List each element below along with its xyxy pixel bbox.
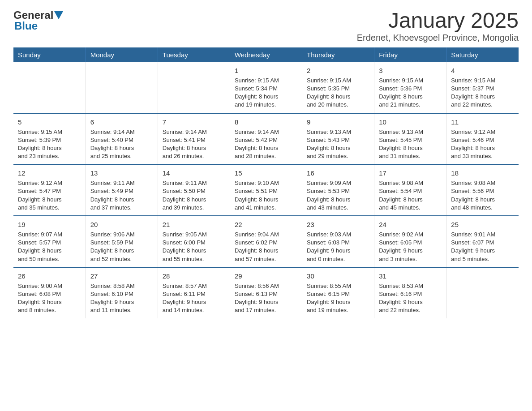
day-info: Sunrise: 9:03 AM Sunset: 6:03 PM Dayligh… xyxy=(307,231,369,263)
day-number: 6 xyxy=(90,117,153,127)
calendar-cell: 6Sunrise: 9:14 AM Sunset: 5:40 PM Daylig… xyxy=(86,113,158,165)
calendar-cell: 13Sunrise: 9:11 AM Sunset: 5:49 PM Dayli… xyxy=(86,164,158,216)
day-info: Sunrise: 9:15 AM Sunset: 5:39 PM Dayligh… xyxy=(18,128,81,161)
weekday-header-thursday: Thursday xyxy=(302,47,374,62)
calendar-cell: 3Sunrise: 9:15 AM Sunset: 5:36 PM Daylig… xyxy=(374,62,446,113)
day-number: 21 xyxy=(163,220,225,229)
calendar-cell: 24Sunrise: 9:02 AM Sunset: 6:05 PM Dayli… xyxy=(374,216,446,267)
weekday-header-monday: Monday xyxy=(86,47,158,62)
day-number: 12 xyxy=(18,168,81,178)
day-number: 10 xyxy=(379,117,442,127)
calendar-cell: 14Sunrise: 9:11 AM Sunset: 5:50 PM Dayli… xyxy=(158,164,230,216)
day-info: Sunrise: 8:58 AM Sunset: 6:10 PM Dayligh… xyxy=(90,282,153,315)
week-row-4: 19Sunrise: 9:07 AM Sunset: 5:57 PM Dayli… xyxy=(13,216,519,267)
day-info: Sunrise: 9:12 AM Sunset: 5:47 PM Dayligh… xyxy=(18,179,81,212)
day-info: Sunrise: 9:13 AM Sunset: 5:43 PM Dayligh… xyxy=(307,128,369,161)
day-number: 30 xyxy=(307,271,369,281)
page-title: January 2025 xyxy=(357,9,519,33)
day-number: 14 xyxy=(163,168,225,178)
day-info: Sunrise: 9:15 AM Sunset: 5:34 PM Dayligh… xyxy=(235,77,297,109)
calendar-table: SundayMondayTuesdayWednesdayThursdayFrid… xyxy=(13,47,519,318)
page-subtitle: Erdenet, Khoevsgoel Province, Mongolia xyxy=(357,33,519,43)
calendar-cell: 7Sunrise: 9:14 AM Sunset: 5:41 PM Daylig… xyxy=(158,113,230,165)
day-info: Sunrise: 9:09 AM Sunset: 5:53 PM Dayligh… xyxy=(307,179,369,212)
day-number: 26 xyxy=(18,271,81,281)
week-row-3: 12Sunrise: 9:12 AM Sunset: 5:47 PM Dayli… xyxy=(13,164,519,216)
logo-triangle-icon xyxy=(54,11,63,19)
calendar-cell: 23Sunrise: 9:03 AM Sunset: 6:03 PM Dayli… xyxy=(302,216,374,267)
day-number: 24 xyxy=(379,220,442,229)
day-info: Sunrise: 9:11 AM Sunset: 5:49 PM Dayligh… xyxy=(90,179,153,212)
day-info: Sunrise: 9:13 AM Sunset: 5:45 PM Dayligh… xyxy=(379,128,442,161)
day-number: 27 xyxy=(90,271,153,281)
calendar-cell: 29Sunrise: 8:56 AM Sunset: 6:13 PM Dayli… xyxy=(230,267,302,318)
day-info: Sunrise: 8:53 AM Sunset: 6:16 PM Dayligh… xyxy=(379,282,442,315)
calendar-cell xyxy=(86,62,158,113)
day-number: 20 xyxy=(90,220,153,229)
calendar-cell: 28Sunrise: 8:57 AM Sunset: 6:11 PM Dayli… xyxy=(158,267,230,318)
day-number: 5 xyxy=(18,117,81,127)
day-info: Sunrise: 9:02 AM Sunset: 6:05 PM Dayligh… xyxy=(379,231,442,263)
day-number: 9 xyxy=(307,117,369,127)
title-block: January 2025 Erdenet, Khoevsgoel Provinc… xyxy=(357,9,519,43)
page-header: General Blue January 2025 Erdenet, Khoev… xyxy=(13,9,519,43)
calendar-cell: 11Sunrise: 9:12 AM Sunset: 5:46 PM Dayli… xyxy=(446,113,519,165)
calendar-cell: 8Sunrise: 9:14 AM Sunset: 5:42 PM Daylig… xyxy=(230,113,302,165)
calendar-cell xyxy=(446,267,519,318)
day-info: Sunrise: 8:56 AM Sunset: 6:13 PM Dayligh… xyxy=(235,282,297,315)
calendar-cell xyxy=(158,62,230,113)
day-number: 3 xyxy=(379,66,442,75)
calendar-cell: 22Sunrise: 9:04 AM Sunset: 6:02 PM Dayli… xyxy=(230,216,302,267)
calendar-cell: 30Sunrise: 8:55 AM Sunset: 6:15 PM Dayli… xyxy=(302,267,374,318)
day-number: 19 xyxy=(18,220,81,229)
day-info: Sunrise: 9:08 AM Sunset: 5:54 PM Dayligh… xyxy=(379,179,442,212)
day-info: Sunrise: 9:08 AM Sunset: 5:56 PM Dayligh… xyxy=(451,179,514,212)
day-info: Sunrise: 9:06 AM Sunset: 5:59 PM Dayligh… xyxy=(90,231,153,263)
logo-blue-text: Blue xyxy=(13,20,38,32)
calendar-cell: 9Sunrise: 9:13 AM Sunset: 5:43 PM Daylig… xyxy=(302,113,374,165)
calendar-cell: 1Sunrise: 9:15 AM Sunset: 5:34 PM Daylig… xyxy=(230,62,302,113)
calendar-cell: 2Sunrise: 9:15 AM Sunset: 5:35 PM Daylig… xyxy=(302,62,374,113)
day-info: Sunrise: 9:12 AM Sunset: 5:46 PM Dayligh… xyxy=(451,128,514,161)
day-number: 23 xyxy=(307,220,369,229)
day-info: Sunrise: 9:10 AM Sunset: 5:51 PM Dayligh… xyxy=(235,179,297,212)
day-number: 4 xyxy=(451,66,514,75)
week-row-5: 26Sunrise: 9:00 AM Sunset: 6:08 PM Dayli… xyxy=(13,267,519,318)
calendar-cell: 27Sunrise: 8:58 AM Sunset: 6:10 PM Dayli… xyxy=(86,267,158,318)
day-number: 13 xyxy=(90,168,153,178)
weekday-header-saturday: Saturday xyxy=(446,47,519,62)
day-info: Sunrise: 9:15 AM Sunset: 5:37 PM Dayligh… xyxy=(451,77,514,109)
calendar-cell: 26Sunrise: 9:00 AM Sunset: 6:08 PM Dayli… xyxy=(13,267,86,318)
day-info: Sunrise: 9:14 AM Sunset: 5:42 PM Dayligh… xyxy=(235,128,297,161)
day-number: 2 xyxy=(307,66,369,75)
week-row-1: 1Sunrise: 9:15 AM Sunset: 5:34 PM Daylig… xyxy=(13,62,519,113)
day-info: Sunrise: 9:11 AM Sunset: 5:50 PM Dayligh… xyxy=(163,179,225,212)
day-number: 29 xyxy=(235,271,297,281)
calendar-cell: 18Sunrise: 9:08 AM Sunset: 5:56 PM Dayli… xyxy=(446,164,519,216)
calendar-cell: 21Sunrise: 9:05 AM Sunset: 6:00 PM Dayli… xyxy=(158,216,230,267)
day-number: 11 xyxy=(451,117,514,127)
day-number: 17 xyxy=(379,168,442,178)
calendar-cell: 4Sunrise: 9:15 AM Sunset: 5:37 PM Daylig… xyxy=(446,62,519,113)
calendar-cell: 31Sunrise: 8:53 AM Sunset: 6:16 PM Dayli… xyxy=(374,267,446,318)
day-number: 25 xyxy=(451,220,514,229)
day-info: Sunrise: 9:15 AM Sunset: 5:35 PM Dayligh… xyxy=(307,77,369,109)
day-info: Sunrise: 9:05 AM Sunset: 6:00 PM Dayligh… xyxy=(163,231,225,263)
weekday-header-row: SundayMondayTuesdayWednesdayThursdayFrid… xyxy=(13,47,519,62)
day-info: Sunrise: 9:00 AM Sunset: 6:08 PM Dayligh… xyxy=(18,282,81,315)
calendar-cell: 20Sunrise: 9:06 AM Sunset: 5:59 PM Dayli… xyxy=(86,216,158,267)
weekday-header-sunday: Sunday xyxy=(13,47,86,62)
day-number: 16 xyxy=(307,168,369,178)
day-number: 22 xyxy=(235,220,297,229)
day-number: 28 xyxy=(163,271,225,281)
day-info: Sunrise: 9:01 AM Sunset: 6:07 PM Dayligh… xyxy=(451,231,514,263)
day-number: 18 xyxy=(451,168,514,178)
calendar-cell: 17Sunrise: 9:08 AM Sunset: 5:54 PM Dayli… xyxy=(374,164,446,216)
week-row-2: 5Sunrise: 9:15 AM Sunset: 5:39 PM Daylig… xyxy=(13,113,519,165)
day-info: Sunrise: 9:07 AM Sunset: 5:57 PM Dayligh… xyxy=(18,231,81,263)
calendar-cell: 12Sunrise: 9:12 AM Sunset: 5:47 PM Dayli… xyxy=(13,164,86,216)
calendar-cell: 16Sunrise: 9:09 AM Sunset: 5:53 PM Dayli… xyxy=(302,164,374,216)
day-number: 7 xyxy=(163,117,225,127)
weekday-header-friday: Friday xyxy=(374,47,446,62)
calendar-cell: 10Sunrise: 9:13 AM Sunset: 5:45 PM Dayli… xyxy=(374,113,446,165)
